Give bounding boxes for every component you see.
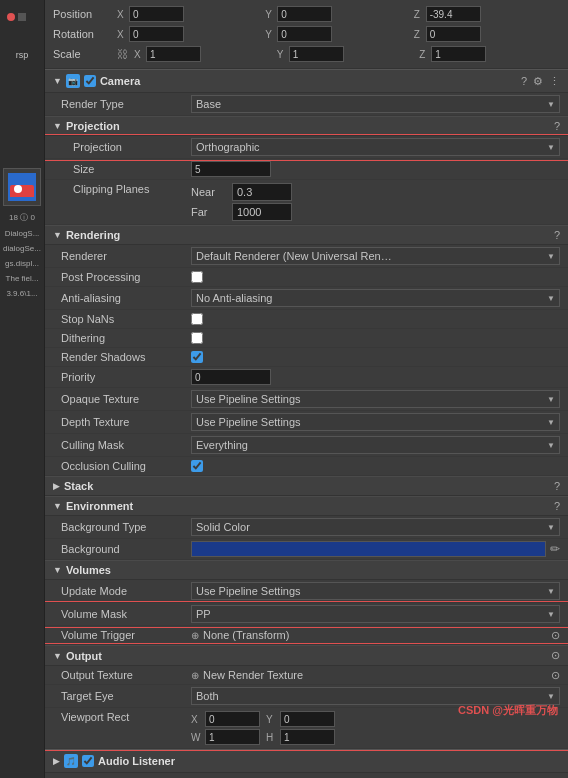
size-input[interactable] bbox=[191, 161, 271, 177]
post-processing-row: Post Processing bbox=[45, 268, 568, 287]
left-panel-item-dialogse[interactable]: dialogSe... bbox=[3, 242, 41, 255]
camera-menu-icon[interactable]: ⋮ bbox=[549, 75, 560, 88]
stop-nans-row: Stop NaNs bbox=[45, 310, 568, 329]
post-processing-checkbox[interactable] bbox=[191, 271, 203, 283]
priority-input[interactable] bbox=[191, 369, 271, 385]
scale-x-input[interactable] bbox=[146, 46, 201, 62]
projection-dropdown[interactable]: Orthographic ▼ bbox=[191, 138, 560, 156]
output-triangle: ▼ bbox=[53, 651, 62, 661]
position-z-input[interactable] bbox=[426, 6, 481, 22]
projection-help-icon[interactable]: ? bbox=[554, 120, 560, 132]
rendering-help-icon[interactable]: ? bbox=[554, 229, 560, 241]
post-processing-label: Post Processing bbox=[61, 271, 191, 283]
environment-triangle: ▼ bbox=[53, 501, 62, 511]
left-panel-item-rsp[interactable]: rsp bbox=[3, 48, 41, 62]
anti-aliasing-dropdown[interactable]: No Anti-aliasing ▼ bbox=[191, 289, 560, 307]
environment-section-header: ▼ Environment ? bbox=[45, 496, 568, 516]
occlusion-culling-checkbox[interactable] bbox=[191, 460, 203, 472]
left-panel-close[interactable] bbox=[3, 10, 41, 24]
volume-mask-dropdown[interactable]: PP ▼ bbox=[191, 605, 560, 623]
rotation-z-input[interactable] bbox=[426, 26, 481, 42]
update-mode-dropdown[interactable]: Use Pipeline Settings ▼ bbox=[191, 582, 560, 600]
z-axis-label: Z bbox=[414, 9, 424, 20]
culling-mask-dropdown[interactable]: Everything ▼ bbox=[191, 436, 560, 454]
camera-help-icon[interactable]: ? bbox=[521, 75, 527, 88]
rendering-triangle: ▼ bbox=[53, 230, 62, 240]
culling-mask-row: Culling Mask Everything ▼ bbox=[45, 434, 568, 457]
camera-icon: 📷 bbox=[66, 74, 80, 88]
position-x-input[interactable] bbox=[129, 6, 184, 22]
left-panel-item-version[interactable]: 3.9.6\1... bbox=[3, 287, 41, 300]
viewport-h-input[interactable] bbox=[280, 729, 335, 745]
viewport-w-input[interactable] bbox=[205, 729, 260, 745]
viewport-x-label: X bbox=[191, 714, 203, 725]
volumes-section-title: Volumes bbox=[66, 564, 560, 576]
far-input[interactable] bbox=[232, 203, 292, 221]
render-shadows-checkbox[interactable] bbox=[191, 351, 203, 363]
clipping-planes-label: Clipping Planes bbox=[61, 183, 191, 195]
viewport-y-input[interactable] bbox=[280, 711, 335, 727]
rotation-row: Rotation X Y Z bbox=[53, 24, 560, 44]
volume-trigger-row: Volume Trigger ⊕ None (Transform) ⊙ bbox=[45, 626, 568, 645]
stack-triangle: ▶ bbox=[53, 481, 60, 491]
depth-texture-label: Depth Texture bbox=[61, 416, 191, 428]
depth-texture-dropdown[interactable]: Use Pipeline Settings ▼ bbox=[191, 413, 560, 431]
scale-z-input[interactable] bbox=[431, 46, 486, 62]
camera-settings-icon[interactable]: ⚙ bbox=[533, 75, 543, 88]
opaque-texture-row: Opaque Texture Use Pipeline Settings ▼ bbox=[45, 388, 568, 411]
position-y-input[interactable] bbox=[277, 6, 332, 22]
stop-nans-checkbox[interactable] bbox=[191, 313, 203, 325]
rotation-y-input[interactable] bbox=[277, 26, 332, 42]
left-panel-item-1[interactable] bbox=[3, 168, 41, 206]
rotation-x-input[interactable] bbox=[129, 26, 184, 42]
volumes-section-header: ▼ Volumes bbox=[45, 560, 568, 580]
volume-trigger-pick-icon[interactable]: ⊙ bbox=[551, 629, 560, 642]
camera-title: Camera bbox=[100, 75, 517, 87]
renderer-dropdown[interactable]: Default Renderer (New Universal Render P… bbox=[191, 247, 560, 265]
link-scale-icon[interactable]: ⛓ bbox=[117, 48, 128, 60]
render-type-dropdown[interactable]: Base ▼ bbox=[191, 95, 560, 113]
rendering-section-title: Rendering bbox=[66, 229, 550, 241]
left-panel-item-2[interactable]: 18 ⓘ 0 bbox=[3, 210, 41, 225]
opaque-texture-label: Opaque Texture bbox=[61, 393, 191, 405]
x-axis-label: X bbox=[117, 9, 127, 20]
opaque-texture-dropdown[interactable]: Use Pipeline Settings ▼ bbox=[191, 390, 560, 408]
camera-component-header: ▼ 📷 Camera ? ⚙ ⋮ bbox=[45, 69, 568, 93]
left-panel-item-thefield[interactable]: The fiel... bbox=[3, 272, 41, 285]
background-color-row: Background ✏ bbox=[45, 539, 568, 560]
output-help-icon[interactable]: ⊙ bbox=[551, 649, 560, 662]
renderer-arrow: ▼ bbox=[547, 252, 555, 261]
background-color-swatch[interactable] bbox=[191, 541, 546, 557]
render-shadows-label: Render Shadows bbox=[61, 351, 191, 363]
viewport-x-input[interactable] bbox=[205, 711, 260, 727]
occlusion-culling-label: Occlusion Culling bbox=[61, 460, 191, 472]
stack-help-icon[interactable]: ? bbox=[554, 480, 560, 492]
background-type-label: Background Type bbox=[61, 521, 191, 533]
stop-nans-label: Stop NaNs bbox=[61, 313, 191, 325]
object-icon: ⊕ bbox=[191, 630, 199, 641]
update-mode-label: Update Mode bbox=[61, 585, 191, 597]
renderer-row: Renderer Default Renderer (New Universal… bbox=[45, 245, 568, 268]
position-label: Position bbox=[53, 8, 113, 20]
near-input[interactable] bbox=[232, 183, 292, 201]
size-label: Size bbox=[61, 163, 191, 175]
viewport-h-label: H bbox=[266, 732, 278, 743]
environment-help-icon[interactable]: ? bbox=[554, 500, 560, 512]
dithering-label: Dithering bbox=[61, 332, 191, 344]
background-type-dropdown[interactable]: Solid Color ▼ bbox=[191, 518, 560, 536]
volumes-triangle: ▼ bbox=[53, 565, 62, 575]
close-icon bbox=[7, 13, 15, 21]
left-panel-item-gsdispl[interactable]: gs.displ... bbox=[3, 257, 41, 270]
near-row: Near bbox=[191, 183, 560, 201]
output-texture-pick-icon[interactable]: ⊙ bbox=[551, 669, 560, 682]
dithering-checkbox[interactable] bbox=[191, 332, 203, 344]
rendering-section-header: ▼ Rendering ? bbox=[45, 225, 568, 245]
volume-trigger-value: None (Transform) bbox=[203, 629, 289, 641]
camera-enabled-checkbox[interactable] bbox=[84, 75, 96, 87]
volume-mask-label: Volume Mask bbox=[61, 608, 191, 620]
audio-listener-checkbox[interactable] bbox=[82, 755, 94, 767]
left-panel-item-dialog[interactable]: DialogS... bbox=[3, 227, 41, 240]
eyedropper-icon[interactable]: ✏ bbox=[550, 542, 560, 556]
clipping-planes-row: Clipping Planes Near Far bbox=[45, 180, 568, 225]
scale-y-input[interactable] bbox=[289, 46, 344, 62]
